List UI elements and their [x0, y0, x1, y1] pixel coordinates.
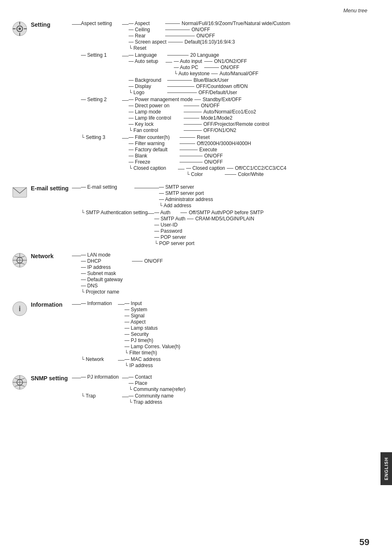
trap-address-label: └ Trap address [129, 399, 162, 405]
setting3-label: └ Setting 3 [81, 134, 122, 140]
smtp-server-port-label: — SMTP server port [159, 190, 204, 196]
right-tab: ENGLISH [380, 452, 392, 485]
page-title: Menu tree [343, 7, 367, 14]
lamp-corres-label: — Lamp Corres. Value(h) [125, 344, 180, 349]
screen-aspect-values: Default(16:10)/16:9/4:3 [184, 39, 235, 45]
aspect-info-label: — Aspect [125, 319, 145, 325]
setting2-label: — Setting 2 [81, 97, 122, 102]
network-section: Network — LAN mode — DHCP ON/OFF — IP ad… [12, 252, 376, 295]
contact-label: — Contact [129, 374, 152, 380]
place-label: — Place [129, 380, 147, 386]
email-setting-label: E-mail setting [31, 184, 72, 246]
main-content: Setting Aspect setting — Aspect Nor [12, 21, 376, 411]
dhcp-values: ON/OFF [144, 258, 163, 264]
closed-caption-sub-values: Off/CC1/CC2/CC3/CC4 [235, 165, 286, 171]
default-gateway-label: — Default gateway [81, 277, 130, 282]
snmp-icon [12, 375, 27, 390]
community-name-refer-label: └ Community name(refer) [129, 386, 186, 392]
network-icon [12, 253, 27, 268]
admin-address-label: — Administrator address [159, 197, 213, 202]
display-values: OFF/Countdown off/ON [196, 83, 248, 89]
rear-values: ON/OFF [196, 33, 215, 39]
color-label: └ Color [186, 171, 223, 177]
direct-power-values: ON/OFF [201, 103, 219, 109]
language-label: — Language [129, 52, 166, 58]
snmp-tree: — PJ information — Contact — Place └ Com… [72, 374, 376, 405]
ip-address-info-label: └ IP address [125, 363, 153, 368]
lamp-life-values: Mode1/Mode2 [201, 115, 233, 121]
dhcp-label: — DHCP [81, 258, 130, 264]
setting-section: Setting Aspect setting — Aspect Nor [12, 21, 376, 178]
pj-info-label: — PJ information [81, 374, 122, 380]
factory-default-label: — Factory default [129, 147, 178, 153]
projector-name-label: └ Projector name [81, 289, 130, 295]
email-icon-col [12, 184, 31, 246]
direct-power-label: — Direct power on [129, 103, 182, 109]
key-lock-label: — Key lock [129, 121, 182, 127]
subnet-mask-label: — Subnet mask [81, 271, 130, 276]
email-setting-sub-label: — E-mail setting [81, 184, 134, 190]
auto-keystone-label: └ Auto keystone [174, 71, 210, 76]
rear-label: — Rear [129, 33, 164, 39]
network-sub-label: └ Network [81, 356, 118, 362]
aspect-setting-label: Aspect setting [81, 21, 122, 26]
auto-setup-label: — Auto setup [129, 58, 166, 64]
trap-label: └ Trap [81, 393, 122, 399]
display-label: — Display [129, 83, 166, 89]
email-icon [12, 185, 27, 200]
password-label: — Password [154, 228, 182, 234]
setting-label: Setting [31, 21, 72, 178]
blank-values: ON/OFF [204, 153, 223, 159]
input-label: — Input [125, 301, 142, 306]
aspect-values: Normal/Full/16:9/Zoom/True/Natural wide/… [182, 21, 290, 26]
system-label: — System [125, 307, 147, 312]
reset-label: └ Reset [129, 45, 164, 51]
setting-icon [12, 21, 27, 36]
filter-time-label: └ Filter time(h) [125, 350, 157, 356]
aspect-label: — Aspect [129, 21, 164, 26]
information-label: Information [31, 301, 72, 368]
add-address-label: └ Add address [159, 203, 191, 208]
language-values: 20 Language [190, 52, 219, 58]
svg-text:i: i [18, 305, 21, 313]
freeze-values: ON/OFF [204, 159, 223, 165]
freeze-label: — Freeze [129, 159, 178, 165]
pj-time-label: — PJ time(h) [125, 338, 153, 343]
smtp-auth-label: └ SMTP Authentication setting [81, 210, 148, 215]
pop-server-port-label: └ POP server port [154, 240, 194, 246]
ceiling-values: ON/OFF [191, 27, 210, 32]
lan-mode-label: — LAN mode [81, 252, 130, 258]
factory-default-values: Execute [199, 147, 217, 153]
fan-control-values: OFF/ON1/ON2 [203, 127, 236, 133]
color-values: Color/White [238, 171, 264, 177]
email-tree: — E-mail setting — SMTP server — SMTP se… [72, 184, 376, 246]
auto-pc-label: — Auto PC [174, 65, 203, 70]
setting-tree: Aspect setting — Aspect Normal/Full/16:9… [72, 21, 376, 178]
setting1-label: — Setting 1 [81, 52, 122, 58]
screen-aspect-label: — Screen aspect [129, 39, 166, 45]
background-label: — Background [129, 77, 166, 83]
filter-counter-values: Reset [197, 134, 210, 140]
auth-values: Off/SMTP Auth/POP before SMTP [189, 210, 263, 215]
closed-caption-sub-label: — Closed caption [186, 165, 225, 171]
snmp-icon-col [12, 374, 31, 405]
mac-address-label: — MAC address [125, 356, 161, 362]
snmp-setting-section: SNMP setting — PJ information — Contact … [12, 374, 376, 405]
network-label: Network [31, 252, 72, 295]
background-values: Blue/Black/User [194, 77, 228, 83]
auto-keystone-values: Auto/Manual/OFF [219, 71, 258, 76]
user-id-label: — User-ID [154, 222, 178, 228]
filter-warning-label: — Filter warning [129, 141, 178, 146]
svg-point-2 [18, 28, 21, 30]
blank-label: — Blank [129, 153, 178, 159]
dns-label: — DNS [81, 283, 130, 289]
auto-input-label: — Auto input [174, 58, 203, 64]
filter-counter-label: — Filter counter(h) [129, 134, 178, 140]
smtp-auth-type-label: — SMTP Auth [154, 216, 185, 222]
lamp-status-label: — Lamp status [125, 325, 158, 331]
pop-server-label: — POP server [154, 234, 186, 240]
logo-values: OFF/Default/User [198, 90, 237, 95]
security-label: — Security [125, 331, 149, 337]
fan-control-label: └ Fan control [129, 127, 182, 133]
network-icon-col [12, 252, 31, 295]
